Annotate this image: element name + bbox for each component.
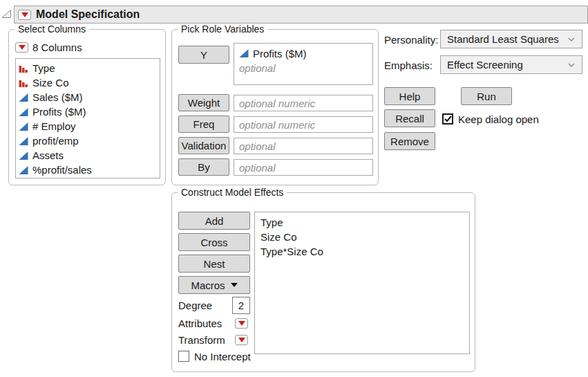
recall-button[interactable]: Recall [384, 109, 435, 127]
caret-down-icon [231, 283, 238, 287]
column-label: Size Co [32, 77, 69, 89]
red-triangle-menu-icon[interactable] [18, 10, 31, 20]
columns-count-row: 8 Columns [15, 42, 82, 53]
chevron-down-icon [567, 62, 576, 68]
columns-menu-icon[interactable] [15, 42, 28, 53]
personality-label: Personality: [384, 34, 438, 46]
emphasis-label: Emphasis: [384, 59, 433, 71]
column-item[interactable]: Type [19, 61, 157, 75]
cross-button[interactable]: Cross [178, 233, 250, 251]
column-item[interactable]: Assets [19, 148, 157, 163]
weight-role-placeholder: optional numeric [239, 98, 315, 109]
y-role-placeholder: optional [239, 61, 368, 75]
validation-role-button[interactable]: Validation [178, 137, 229, 154]
chevron-down-icon [567, 37, 576, 42]
continuous-icon [19, 165, 28, 175]
weight-role-box[interactable]: optional numeric [234, 95, 373, 111]
page-title: Model Specification [36, 8, 140, 21]
model-specification-dialog: Model Specification Select Columns 8 Col… [0, 0, 588, 377]
column-item[interactable]: %profit/sales [19, 163, 157, 177]
column-label: profit/emp [32, 135, 79, 147]
weight-role-button[interactable]: Weight [178, 94, 229, 111]
by-role-box[interactable]: optional [234, 159, 373, 176]
column-item[interactable]: profit/emp [19, 134, 157, 148]
macros-button[interactable]: Macros [178, 276, 250, 294]
nominal-icon [19, 78, 28, 88]
remove-button[interactable]: Remove [384, 132, 435, 150]
select-columns-legend: Select Columns [15, 24, 89, 35]
column-label: Assets [32, 149, 64, 161]
continuous-icon [19, 151, 28, 160]
continuous-icon [19, 93, 28, 102]
columns-list: Type Size Co Sales ($M) Profits ($M) # E… [15, 58, 160, 178]
outline-header: Model Specification [14, 6, 588, 24]
freq-role-placeholder: optional numeric [239, 119, 315, 131]
keep-dialog-open-checkbox[interactable] [442, 113, 453, 125]
continuous-icon [19, 122, 28, 131]
emphasis-dropdown[interactable]: Effect Screening [440, 55, 582, 74]
effects-list: Type Size Co Type*Size Co [254, 212, 470, 354]
column-item[interactable]: # Employ [19, 119, 157, 134]
add-button[interactable]: Add [178, 212, 250, 230]
validation-role-box[interactable]: optional [234, 138, 373, 154]
nest-button[interactable]: Nest [178, 255, 250, 273]
column-item[interactable]: Size Co [19, 75, 157, 90]
column-label: %profit/sales [32, 164, 92, 176]
degree-label: Degree [178, 300, 212, 311]
freq-role-button[interactable]: Freq [178, 116, 229, 133]
effect-item[interactable]: Type [260, 215, 464, 230]
column-item[interactable]: Sales ($M) [19, 90, 157, 104]
degree-field[interactable]: 2 [232, 297, 250, 314]
attributes-menu-icon[interactable] [235, 318, 248, 329]
emphasis-value: Effect Screening [447, 59, 523, 71]
transform-label: Transform [178, 334, 225, 346]
by-role-placeholder: optional [239, 162, 276, 174]
personality-value: Standard Least Squares [447, 33, 559, 45]
personality-dropdown[interactable]: Standard Least Squares [440, 30, 582, 48]
nominal-icon [19, 64, 28, 73]
column-item[interactable]: Profits ($M) [19, 104, 157, 119]
continuous-icon [19, 107, 28, 117]
validation-role-placeholder: optional [239, 140, 276, 152]
effect-item[interactable]: Size Co [260, 230, 464, 244]
column-label: # Employ [32, 120, 76, 132]
y-role-value-row[interactable]: Profits ($M) [239, 46, 368, 61]
y-role-value: Profits ($M) [253, 48, 307, 59]
checkmark-icon [444, 116, 452, 122]
continuous-icon [239, 48, 249, 58]
freq-role-box[interactable]: optional numeric [234, 116, 373, 133]
attributes-label: Attributes [178, 318, 222, 329]
pick-roles-legend: Pick Role Variables [178, 24, 267, 35]
transform-menu-icon[interactable] [235, 335, 248, 345]
y-role-button[interactable]: Y [178, 46, 229, 64]
no-intercept-checkbox[interactable] [178, 351, 189, 362]
no-intercept-label: No Intercept [194, 351, 251, 362]
column-label: Profits ($M) [32, 106, 86, 118]
outline-collapse-icon[interactable] [1, 9, 12, 21]
help-button[interactable]: Help [384, 87, 435, 105]
column-label: Type [32, 62, 55, 74]
keep-dialog-open-label: Keep dialog open [458, 113, 539, 125]
y-role-box[interactable]: Profits ($M) optional [234, 43, 373, 85]
column-label: Sales ($M) [32, 91, 83, 103]
columns-count-label: 8 Columns [32, 42, 82, 53]
by-role-button[interactable]: By [178, 158, 229, 176]
continuous-icon [19, 136, 28, 146]
run-button[interactable]: Run [461, 87, 512, 105]
model-effects-legend: Construct Model Effects [178, 187, 287, 198]
effect-item[interactable]: Type*Size Co [260, 244, 464, 259]
macros-label: Macros [191, 279, 225, 291]
